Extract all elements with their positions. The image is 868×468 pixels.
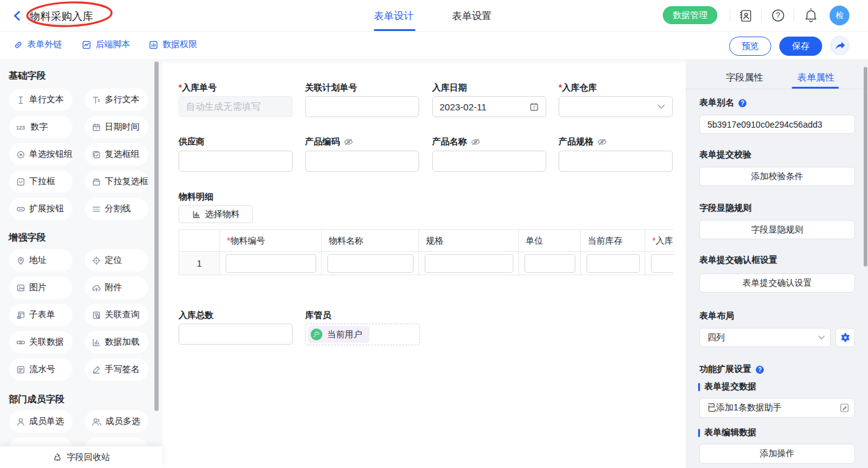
svg-text:?: ? [776, 11, 781, 20]
svg-text:7: 7 [533, 105, 536, 110]
svg-text:123: 123 [16, 125, 25, 131]
